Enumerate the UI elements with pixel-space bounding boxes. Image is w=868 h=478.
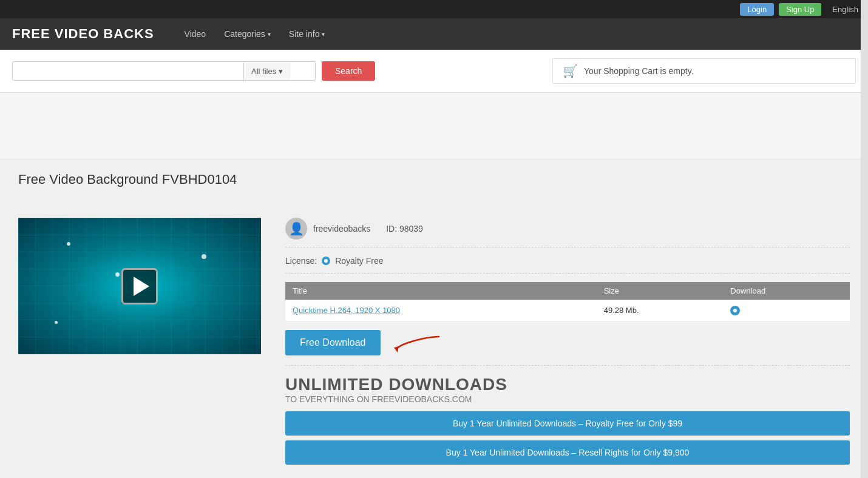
table-header-size: Size	[597, 282, 724, 300]
categories-chevron-icon: ▾	[268, 31, 271, 38]
login-button[interactable]: Login	[740, 3, 774, 16]
play-icon	[134, 277, 149, 296]
scrollbar[interactable]	[861, 0, 868, 478]
main-content: ▶ 00:00 00:00 🔊 ⛶ 👤 freevideobacks ID: 9…	[0, 200, 868, 478]
download-radio-inner	[733, 309, 737, 312]
page-title: Free Video Background FVBHD0104	[18, 172, 850, 187]
site-logo: FREE VIDEO BACKS	[12, 26, 154, 42]
file-size: 49.28 Mb.	[597, 300, 724, 321]
nav-bar: FREE VIDEO BACKS Video Categories ▾ Site…	[0, 18, 868, 50]
unlimited-title: UNLIMITED DOWNLOADS	[285, 375, 850, 394]
nav-video[interactable]: Video	[185, 29, 206, 39]
file-download-radio[interactable]	[723, 300, 850, 321]
author-avatar: 👤	[285, 218, 307, 240]
nav-categories[interactable]: Categories ▾	[224, 29, 271, 39]
unlimited-section: UNLIMITED DOWNLOADS TO EVERYTHING ON FRE…	[285, 375, 850, 465]
site-info-chevron-icon: ▾	[322, 31, 325, 38]
cart-icon: 🛒	[563, 64, 578, 78]
search-button[interactable]: Search	[322, 61, 375, 81]
arrow-icon	[390, 331, 445, 355]
nav-video-label: Video	[185, 29, 206, 39]
author-row: 👤 freevideobacks ID: 98039	[285, 218, 850, 247]
license-radio[interactable]	[322, 257, 330, 265]
cart-area: 🛒 Your Shopping Cart is empty.	[552, 58, 856, 84]
video-player: ▶ 00:00 00:00 🔊 ⛶	[18, 218, 261, 354]
license-type: Royalty Free	[335, 256, 383, 266]
download-radio-button[interactable]	[730, 306, 740, 315]
table-header-title: Title	[285, 282, 597, 300]
search-input-wrap: All files ▾	[12, 61, 316, 81]
details-panel: 👤 freevideobacks ID: 98039 License: Roya…	[285, 218, 850, 465]
svg-marker-0	[394, 346, 399, 352]
arrow-annotation	[390, 331, 445, 355]
sparkle-1	[67, 242, 70, 246]
author-name[interactable]: freevideobacks	[313, 224, 370, 234]
license-row: License: Royalty Free	[285, 256, 850, 274]
radio-inner	[324, 259, 328, 263]
video-panel: ▶ 00:00 00:00 🔊 ⛶	[18, 218, 267, 354]
nav-categories-label: Categories	[224, 29, 265, 39]
signup-button[interactable]: Sign Up	[779, 3, 821, 16]
search-input[interactable]	[13, 62, 243, 80]
all-files-chevron-icon: ▾	[279, 67, 283, 76]
table-row: Quicktime H.264, 1920 X 1080 49.28 Mb.	[285, 300, 850, 321]
all-files-dropdown[interactable]: All files ▾	[243, 62, 290, 80]
top-bar: Login Sign Up English	[0, 0, 868, 18]
file-title[interactable]: Quicktime H.264, 1920 X 1080	[285, 300, 597, 321]
download-table: Title Size Download Quicktime H.264, 192…	[285, 282, 850, 321]
video-thumbnail	[18, 218, 261, 354]
sparkle-4	[115, 272, 120, 277]
free-download-wrap: Free Download	[285, 330, 850, 366]
nav-site-info[interactable]: Site info ▾	[289, 29, 325, 39]
unlimited-sub: TO EVERYTHING ON FREEVIDEOBACKS.COM	[285, 394, 850, 404]
upsell-button-1[interactable]: Buy 1 Year Unlimited Downloads – Royalty…	[285, 411, 850, 436]
cart-text: Your Shopping Cart is empty.	[584, 66, 694, 76]
license-label: License:	[285, 256, 317, 266]
ad-banner	[0, 93, 868, 160]
author-id: ID: 98039	[386, 224, 423, 234]
file-link[interactable]: Quicktime H.264, 1920 X 1080	[293, 306, 400, 315]
sparkle-3	[55, 321, 58, 324]
language-label: English	[832, 5, 858, 14]
upsell-button-2[interactable]: Buy 1 Year Unlimited Downloads – Resell …	[285, 440, 850, 465]
free-download-button[interactable]: Free Download	[285, 330, 381, 355]
search-bar: All files ▾ Search 🛒 Your Shopping Cart …	[0, 50, 868, 93]
avatar-icon: 👤	[289, 221, 304, 236]
play-button[interactable]	[121, 268, 158, 305]
nav-site-info-label: Site info	[289, 29, 320, 39]
table-header-download: Download	[723, 282, 850, 300]
all-files-label: All files	[251, 67, 276, 76]
sparkle-2	[202, 254, 206, 259]
